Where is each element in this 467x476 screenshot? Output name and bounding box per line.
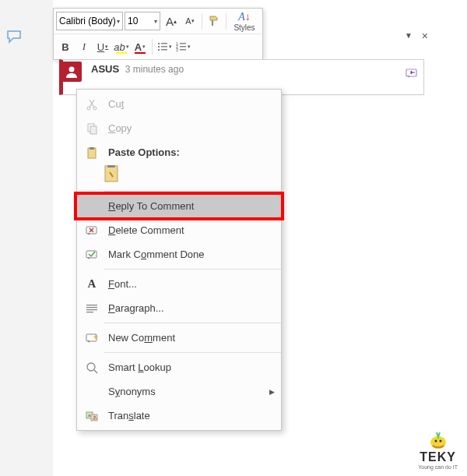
menu-label: Paragraph... xyxy=(108,302,275,314)
underline-button[interactable]: U▾ xyxy=(94,38,111,55)
menu-new-comment[interactable]: New Comment xyxy=(77,326,281,350)
svg-rect-9 xyxy=(180,46,186,48)
menu-label: Copy xyxy=(108,122,275,134)
svg-point-36 xyxy=(439,440,441,443)
svg-rect-19 xyxy=(90,147,94,150)
comment-timestamp: 3 minutes ago xyxy=(125,64,184,75)
menu-paste-options: Paste Options: xyxy=(77,140,281,164)
new-comment-icon xyxy=(83,330,100,347)
menu-label: Reply To Comment xyxy=(108,200,275,212)
font-name-value: Calibri (Body) xyxy=(59,16,116,26)
font-name-select[interactable]: Calibri (Body)▾ xyxy=(56,12,123,30)
menu-synonyms[interactable]: Synonyms ▶ xyxy=(77,379,281,404)
font-size-select[interactable]: 10▾ xyxy=(125,12,160,30)
paste-icon xyxy=(83,144,100,161)
styles-label: Styles xyxy=(234,23,255,32)
logo-brand: TEKY xyxy=(418,450,458,464)
mini-toolbar: Calibri (Body)▾ 10▾ A▴ A▾ A↓ Styles B I … xyxy=(53,8,263,60)
highlight-color-button[interactable]: ab▾ xyxy=(113,38,130,55)
delete-comment-icon xyxy=(83,222,100,239)
reply-icon[interactable] xyxy=(405,68,419,82)
pane-dropdown-chevron[interactable]: ▼ xyxy=(405,31,413,40)
svg-text:3: 3 xyxy=(176,48,178,52)
menu-reply-to-comment[interactable]: Reply To Comment xyxy=(77,194,281,218)
menu-paragraph[interactable]: Paragraph... xyxy=(77,296,281,320)
svg-rect-5 xyxy=(161,49,167,51)
teky-logo: TEKY Young can do IT xyxy=(418,430,458,470)
svg-point-29 xyxy=(87,363,95,371)
menu-label: Synonyms xyxy=(108,386,269,397)
logo-tagline: Young can do IT xyxy=(418,464,458,470)
menu-label: Cut xyxy=(108,98,275,110)
svg-rect-3 xyxy=(161,46,167,48)
svg-rect-21 xyxy=(107,165,115,167)
svg-rect-28 xyxy=(86,334,97,341)
svg-rect-27 xyxy=(86,312,93,312)
copy-icon xyxy=(83,120,100,137)
menu-translate[interactable]: aあ Translate xyxy=(77,404,281,428)
svg-point-14 xyxy=(87,107,90,110)
svg-point-12 xyxy=(69,67,75,72)
shrink-font-button[interactable]: A▾ xyxy=(181,12,198,30)
synonyms-icon xyxy=(83,383,100,400)
menu-mark-comment-done[interactable]: Mark Comment Done xyxy=(77,242,281,266)
chevron-down-icon: ▾ xyxy=(117,18,120,25)
svg-rect-7 xyxy=(180,43,186,44)
bold-button[interactable]: B xyxy=(57,38,74,55)
svg-rect-25 xyxy=(86,307,97,308)
styles-button[interactable]: A↓ Styles xyxy=(229,11,260,32)
menu-label: Mark Comment Done xyxy=(108,249,275,260)
paragraph-icon xyxy=(83,300,100,317)
translate-icon: aあ xyxy=(83,407,100,425)
svg-point-35 xyxy=(434,440,437,443)
numbering-button[interactable]: 123▾ xyxy=(174,38,191,55)
reply-icon xyxy=(83,198,100,215)
chevron-down-icon: ▾ xyxy=(154,18,157,25)
comment-username: ASUS xyxy=(91,63,119,75)
menu-label: Font... xyxy=(108,278,275,290)
menu-cut: Cut xyxy=(77,92,281,116)
svg-rect-26 xyxy=(86,309,97,310)
italic-button[interactable]: I xyxy=(75,38,93,55)
svg-rect-24 xyxy=(86,305,97,305)
svg-rect-11 xyxy=(180,49,186,51)
pane-close-button[interactable]: × xyxy=(422,30,428,42)
submenu-arrow-icon: ▶ xyxy=(269,388,275,396)
svg-rect-1 xyxy=(161,43,167,44)
format-painter-button[interactable] xyxy=(205,12,223,30)
avatar xyxy=(61,62,82,82)
menu-label: Paste Options: xyxy=(108,146,275,158)
svg-point-2 xyxy=(158,46,160,48)
menu-font[interactable]: A Font... xyxy=(77,272,281,296)
bullets-button[interactable]: ▾ xyxy=(156,38,173,55)
font-color-button[interactable]: A▾ xyxy=(132,38,149,55)
menu-label: Delete Comment xyxy=(108,224,275,236)
svg-point-15 xyxy=(93,107,97,110)
menu-label: New Comment xyxy=(108,332,275,344)
paste-option-keep-source[interactable] xyxy=(104,164,281,188)
menu-delete-comment[interactable]: Delete Comment xyxy=(77,218,281,242)
svg-text:あ: あ xyxy=(93,415,97,421)
cut-icon xyxy=(83,96,100,113)
font-icon: A xyxy=(83,276,100,293)
search-icon xyxy=(83,359,100,376)
context-menu: Cut Copy Paste Options: Reply To Comment… xyxy=(76,89,282,431)
grow-font-button[interactable]: A▴ xyxy=(163,12,180,30)
comment-balloon-icon xyxy=(6,30,23,47)
svg-point-4 xyxy=(158,49,160,51)
font-size-value: 10 xyxy=(128,16,138,26)
menu-copy: Copy xyxy=(77,116,281,140)
svg-rect-17 xyxy=(90,126,97,134)
menu-label: Translate xyxy=(108,410,275,421)
menu-smart-lookup[interactable]: Smart Lookup xyxy=(77,355,281,379)
menu-label: Smart Lookup xyxy=(108,361,275,373)
done-icon xyxy=(83,246,100,263)
svg-point-0 xyxy=(158,43,160,44)
